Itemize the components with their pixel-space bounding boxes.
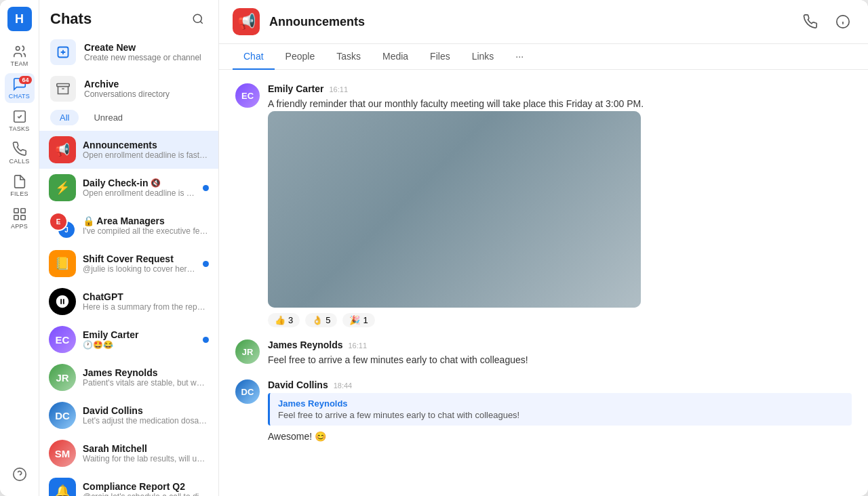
tab-files[interactable]: Files xyxy=(419,44,461,70)
rail-item-tasks[interactable]: TASKS xyxy=(5,106,35,136)
chat-info-chatgpt: ChatGPT Here is a summary from the repor… xyxy=(83,291,209,312)
rail-label-chats: CHATS xyxy=(9,93,30,100)
chat-list: 📢 Announcements Open enrollment deadline… xyxy=(39,131,218,496)
unread-dot-daily xyxy=(203,185,209,191)
svg-rect-4 xyxy=(14,215,18,220)
chat-info-emily: Emily Carter 🕐🤩😂 xyxy=(83,329,196,350)
create-new-label: Create New xyxy=(84,42,201,53)
archive-item[interactable]: Archive Conversations directory xyxy=(39,70,218,107)
chat-preview-shift: @julie is looking to cover her on Th... xyxy=(83,264,196,274)
create-new-item[interactable]: Create New Create new message or channel xyxy=(39,34,218,70)
msg-header-emily: Emily Carter 16:11 xyxy=(268,83,852,94)
quote-text: Feel free to arrive a few minutes early … xyxy=(278,410,844,420)
message-james: JR James Reynolds 16:11 Feel free to arr… xyxy=(235,339,852,367)
tab-tasks[interactable]: Tasks xyxy=(326,44,372,70)
reaction-party[interactable]: 🎉 1 xyxy=(342,313,374,327)
chat-item-area-managers[interactable]: E J 🔒 Area Managers I've compiled all th… xyxy=(39,207,218,245)
chat-avatar-shift: 📒 xyxy=(49,250,76,277)
chat-item-shift-cover[interactable]: 📒 Shift Cover Request @julie is looking … xyxy=(39,245,218,283)
search-button[interactable] xyxy=(189,9,208,28)
rail-label-apps: APPS xyxy=(11,223,28,230)
svg-rect-2 xyxy=(14,209,18,213)
archive-icon-box xyxy=(50,76,76,102)
rail-item-help[interactable] xyxy=(5,459,35,489)
sidebar-header: Chats xyxy=(39,0,218,34)
chat-item-announcements[interactable]: 📢 Announcements Open enrollment deadline… xyxy=(39,131,218,169)
msg-avatar-james: JR xyxy=(235,339,260,364)
chat-sidebar: Chats Create New Create new message or c… xyxy=(39,0,219,496)
filter-row: All Unread xyxy=(39,107,218,131)
chat-info-david: David Collins Let's adjust the medicatio… xyxy=(83,405,209,426)
rail-label-team: TEAM xyxy=(10,60,28,67)
reaction-ok[interactable]: 👌 5 xyxy=(305,313,337,327)
msg-time-james: 16:11 xyxy=(349,342,368,350)
files-icon xyxy=(12,174,27,189)
chat-avatar-chatgpt xyxy=(49,288,76,315)
chat-main: 📢 Announcements Chat People Task xyxy=(219,0,868,496)
chat-preview-daily: Open enrollment deadline is fast ap... xyxy=(83,188,196,198)
reaction-emoji-1: 👍 xyxy=(275,315,285,325)
msg-sender-james: James Reynolds xyxy=(268,339,343,350)
chat-name-shift: Shift Cover Request xyxy=(83,253,196,264)
filter-all-button[interactable]: All xyxy=(50,110,79,125)
icon-rail: H TEAM 64 CHATS TASKS xyxy=(0,0,39,496)
rail-label-tasks: TASKS xyxy=(9,125,29,132)
chat-item-emily-carter[interactable]: EC Emily Carter 🕐🤩😂 xyxy=(39,321,218,358)
chat-name-sarah: Sarah Mitchell xyxy=(83,443,209,454)
chat-preview-announcements: Open enrollment deadline is fast ap... xyxy=(83,150,209,160)
info-button[interactable] xyxy=(831,10,854,33)
msg-content-emily: Emily Carter 16:11 A friendly reminder t… xyxy=(268,83,852,327)
call-button[interactable] xyxy=(799,10,822,33)
chat-item-david-collins[interactable]: DC David Collins Let's adjust the medica… xyxy=(39,396,218,434)
chat-info-shift: Shift Cover Request @julie is looking to… xyxy=(83,253,196,274)
tab-links[interactable]: Links xyxy=(461,44,505,70)
rail-item-files[interactable]: FILES xyxy=(5,171,35,201)
msg-content-david: David Collins 18:44 James Reynolds Feel … xyxy=(268,379,852,444)
create-new-text: Create New Create new message or channel xyxy=(84,42,201,62)
archive-label: Archive xyxy=(84,79,170,89)
quote-block-david: James Reynolds Feel free to arrive a few… xyxy=(268,393,852,426)
chat-preview-chatgpt: Here is a summary from the report a... xyxy=(83,302,209,312)
chat-info-daily: Daily Check-in 🔇 Open enrollment deadlin… xyxy=(83,178,196,198)
rail-item-apps[interactable]: APPS xyxy=(5,203,35,233)
reaction-count-2: 5 xyxy=(326,315,330,325)
msg-image-emily: 😊 😄 👋 😎 xyxy=(268,111,641,308)
chat-preview-david: Let's adjust the medication dosage a... xyxy=(83,416,209,426)
rail-label-files: FILES xyxy=(10,190,28,197)
rail-item-chats[interactable]: 64 CHATS xyxy=(5,73,35,103)
chat-item-compliance[interactable]: 🔔 Compliance Report Q2 @craig let's sche… xyxy=(39,472,218,496)
chat-avatar-sarah: SM xyxy=(49,440,76,467)
chat-avatar-james: JR xyxy=(49,364,76,391)
msg-text-david: Awesome! 😊 xyxy=(268,430,852,444)
svg-rect-3 xyxy=(20,209,24,213)
archive-text: Archive Conversations directory xyxy=(84,79,170,99)
msg-header-david: David Collins 18:44 xyxy=(268,379,852,390)
tab-more[interactable]: ··· xyxy=(505,44,534,70)
chat-item-chatgpt[interactable]: ChatGPT Here is a summary from the repor… xyxy=(39,283,218,321)
tab-people[interactable]: People xyxy=(275,44,326,70)
rail-item-calls[interactable]: CALLS xyxy=(5,138,35,168)
chat-name-announcements: Announcements xyxy=(83,140,209,150)
msg-header-james: James Reynolds 16:11 xyxy=(268,339,852,350)
chat-item-daily-checkin[interactable]: ⚡ Daily Check-in 🔇 Open enrollment deadl… xyxy=(39,169,218,207)
chat-avatar-daily: ⚡ xyxy=(49,174,76,201)
chat-name-area-managers: 🔒 Area Managers xyxy=(83,215,209,226)
rail-item-team[interactable]: TEAM xyxy=(5,41,35,70)
reaction-thumbsup[interactable]: 👍 3 xyxy=(268,313,300,327)
chat-main-title: Announcements xyxy=(269,15,789,29)
chat-item-james-reynolds[interactable]: JR James Reynolds Patient's vitals are s… xyxy=(39,358,218,396)
chat-avatar-david: DC xyxy=(49,402,76,429)
chat-item-sarah-mitchell[interactable]: SM Sarah Mitchell Waiting for the lab re… xyxy=(39,434,218,472)
chat-info-area-managers: 🔒 Area Managers I've compiled all the ex… xyxy=(83,215,209,236)
tab-chat[interactable]: Chat xyxy=(233,44,275,70)
tab-media[interactable]: Media xyxy=(372,44,419,70)
svg-point-8 xyxy=(193,14,201,22)
create-new-sublabel: Create new message or channel xyxy=(84,53,201,62)
image-backdrop xyxy=(268,111,641,308)
app-logo: H xyxy=(7,7,32,31)
reaction-emoji-3: 🎉 xyxy=(349,315,360,325)
filter-unread-button[interactable]: Unread xyxy=(84,110,132,125)
chat-info-sarah: Sarah Mitchell Waiting for the lab resul… xyxy=(83,443,209,463)
chat-avatar-area-managers: E J xyxy=(49,212,76,239)
chat-avatar-compliance: 🔔 xyxy=(49,478,76,496)
